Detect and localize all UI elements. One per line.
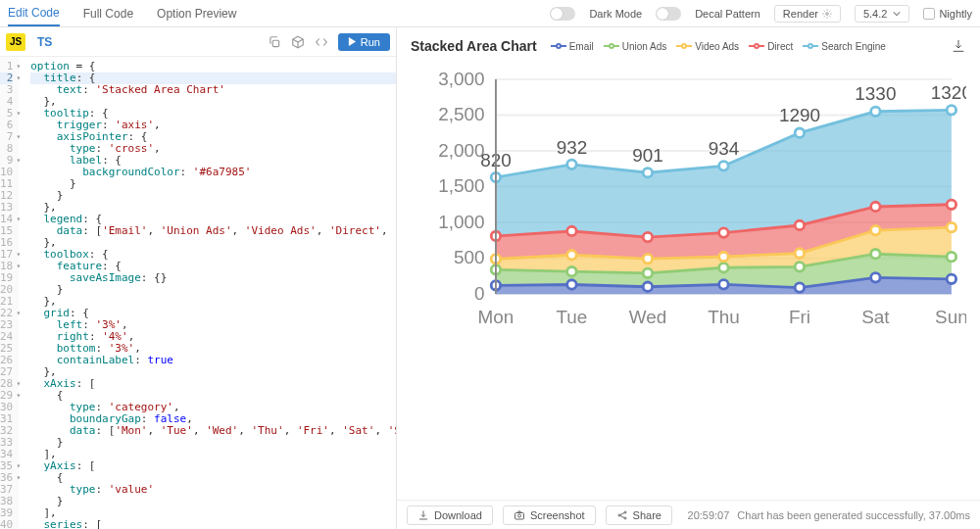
svg-point-38 [567, 251, 576, 260]
svg-point-67 [517, 514, 520, 517]
share-icon [616, 509, 628, 521]
svg-point-49 [871, 202, 880, 211]
line-gutter: 1234567891011121314151617181920212223242… [0, 57, 19, 529]
render-label: Render [783, 8, 818, 20]
svg-point-26 [719, 280, 728, 289]
svg-text:Tue: Tue [557, 307, 588, 327]
svg-point-43 [947, 222, 956, 231]
version-select[interactable]: 5.4.2 [855, 5, 909, 23]
bottom-bar: Download Screenshot Share 20:59:07 Chart… [397, 500, 980, 529]
chart-legend: EmailUnion AdsVideo AdsDirectSearch Engi… [551, 41, 886, 52]
download-icon [417, 509, 429, 521]
stacked-area-chart: 05001,0001,5002,0002,5003,000MonTueWedTh… [411, 61, 966, 339]
share-button[interactable]: Share [606, 505, 672, 525]
run-label: Run [361, 36, 380, 48]
svg-point-25 [643, 282, 652, 291]
svg-point-57 [947, 106, 956, 115]
svg-point-68 [618, 514, 620, 516]
svg-point-46 [643, 232, 652, 241]
svg-text:Sat: Sat [861, 307, 890, 327]
svg-text:Fri: Fri [789, 307, 810, 327]
svg-text:Thu: Thu [708, 307, 740, 327]
svg-point-54 [719, 162, 728, 170]
download-button[interactable]: Download [407, 505, 493, 525]
view-tabs: Edit Code Full Code Option Preview [8, 0, 236, 26]
download-image-icon[interactable] [951, 38, 966, 54]
svg-text:932: 932 [557, 137, 588, 158]
screenshot-label: Screenshot [530, 509, 585, 521]
cube-icon[interactable] [291, 35, 305, 49]
svg-rect-66 [514, 512, 523, 519]
code-editor[interactable]: 1234567891011121314151617181920212223242… [0, 57, 396, 529]
svg-point-24 [567, 280, 576, 289]
svg-text:0: 0 [474, 283, 485, 304]
svg-point-27 [795, 283, 804, 292]
svg-point-39 [643, 254, 652, 263]
svg-point-47 [719, 228, 728, 237]
svg-point-36 [947, 252, 956, 261]
code-panel: JS TS Run 123456789101112131415161718192… [0, 27, 397, 529]
svg-text:1290: 1290 [779, 105, 820, 125]
chart-title: Stacked Area Chart [411, 38, 537, 54]
svg-point-50 [947, 200, 956, 209]
version-value: 5.4.2 [863, 8, 887, 20]
svg-rect-1 [272, 40, 278, 46]
dark-mode-toggle[interactable] [550, 7, 575, 21]
nightly-checkbox[interactable]: Nightly [923, 8, 972, 20]
svg-text:500: 500 [454, 247, 485, 267]
svg-point-55 [795, 128, 804, 137]
render-button[interactable]: Render [774, 5, 841, 23]
chevron-down-icon [893, 10, 901, 18]
svg-point-28 [871, 273, 880, 282]
legend-item[interactable]: Video Ads [676, 41, 739, 52]
decal-pattern-label: Decal Pattern [695, 8, 760, 20]
decal-pattern-toggle[interactable] [656, 7, 681, 21]
svg-point-52 [567, 160, 576, 168]
svg-text:1,000: 1,000 [438, 212, 484, 232]
download-label: Download [434, 509, 482, 521]
camera-icon [514, 509, 525, 521]
share-label: Share [633, 509, 662, 521]
svg-point-69 [624, 511, 626, 513]
svg-text:Wed: Wed [629, 307, 667, 327]
topbar: Edit Code Full Code Option Preview Dark … [0, 0, 980, 27]
svg-point-53 [643, 168, 652, 177]
svg-point-56 [871, 107, 880, 116]
svg-text:3,000: 3,000 [438, 69, 484, 89]
dark-mode-label: Dark Mode [589, 8, 642, 20]
svg-point-48 [795, 220, 804, 229]
svg-point-70 [624, 517, 626, 519]
run-button[interactable]: Run [338, 33, 390, 51]
nightly-label: Nightly [939, 8, 972, 20]
status-message: Chart has been generated successfully, 3… [737, 509, 970, 521]
tab-full-code[interactable]: Full Code [83, 0, 133, 26]
svg-point-42 [871, 225, 880, 234]
code-body[interactable]: option = { title: { text: 'Stacked Area … [19, 57, 396, 529]
checkbox-icon [923, 8, 935, 20]
svg-text:Sun: Sun [935, 307, 966, 327]
svg-point-31 [567, 266, 576, 275]
legend-item[interactable]: Union Ads [604, 41, 667, 52]
svg-point-29 [947, 274, 956, 283]
svg-point-0 [826, 12, 829, 15]
gear-icon [822, 9, 832, 19]
svg-text:1330: 1330 [855, 83, 896, 104]
chart-panel: Stacked Area Chart EmailUnion AdsVideo A… [397, 27, 980, 529]
svg-point-33 [719, 264, 728, 272]
tab-edit-code[interactable]: Edit Code [8, 0, 60, 26]
tab-option-preview[interactable]: Option Preview [157, 0, 236, 26]
svg-point-32 [643, 268, 652, 277]
screenshot-button[interactable]: Screenshot [503, 505, 596, 525]
legend-item[interactable]: Direct [749, 41, 793, 52]
svg-point-35 [871, 249, 880, 258]
format-code-icon[interactable] [315, 35, 328, 49]
legend-item[interactable]: Email [551, 41, 594, 52]
svg-text:1,500: 1,500 [438, 175, 484, 196]
svg-point-45 [567, 226, 576, 235]
lang-js-tab[interactable]: JS [6, 33, 25, 51]
svg-point-40 [719, 252, 728, 261]
lang-ts-tab[interactable]: TS [31, 35, 58, 49]
copy-icon[interactable] [268, 35, 281, 49]
legend-item[interactable]: Search Engine [803, 41, 886, 52]
svg-text:1320: 1320 [931, 82, 966, 103]
